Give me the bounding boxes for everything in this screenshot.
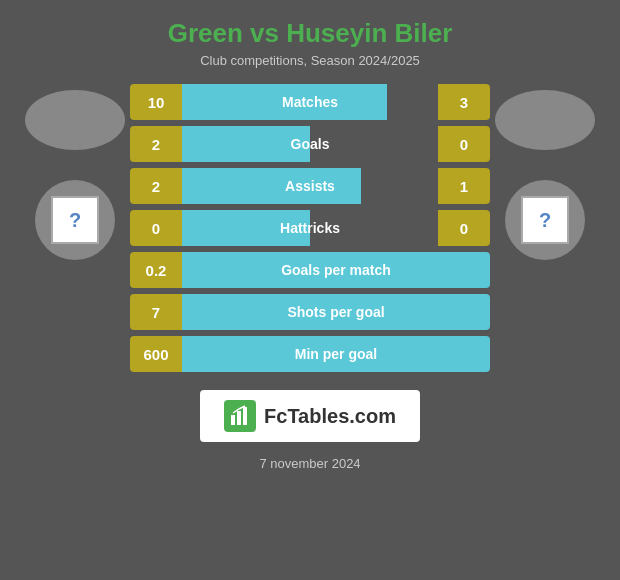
stat-row-min-per-goal: 600Min per goal (130, 336, 490, 372)
stat-middle-goals: Goals (182, 126, 438, 162)
stat-label-min-per-goal: Min per goal (295, 346, 377, 362)
logo-area: FcTables.com (200, 390, 420, 442)
right-avatar-placeholder: ? (521, 196, 569, 244)
left-avatar-ellipse (25, 90, 125, 150)
left-avatar-circle: ? (35, 180, 115, 260)
stat-row-shots-per-goal: 7Shots per goal (130, 294, 490, 330)
svg-rect-1 (237, 411, 241, 425)
stat-left-goals: 2 (130, 126, 182, 162)
stat-row-assists: 2Assists1 (130, 168, 490, 204)
logo-svg (229, 405, 251, 427)
stat-right-hattricks: 0 (438, 210, 490, 246)
stat-label-goals: Goals (291, 136, 330, 152)
stat-left-goals-per-match: 0.2 (130, 252, 182, 288)
stat-label-hattricks: Hattricks (280, 220, 340, 236)
stat-right-goals: 0 (438, 126, 490, 162)
stat-left-min-per-goal: 600 (130, 336, 182, 372)
stat-middle-min-per-goal: Min per goal (182, 336, 490, 372)
left-panel: ? (20, 84, 130, 260)
stat-middle-assists: Assists (182, 168, 438, 204)
stat-label-goals-per-match: Goals per match (281, 262, 391, 278)
left-question-icon: ? (69, 209, 81, 232)
stat-middle-matches: Matches (182, 84, 438, 120)
right-question-icon: ? (539, 209, 551, 232)
stat-right-assists: 1 (438, 168, 490, 204)
stats-table: 10Matches32Goals02Assists10Hattricks00.2… (130, 84, 490, 372)
stat-left-shots-per-goal: 7 (130, 294, 182, 330)
stat-left-assists: 2 (130, 168, 182, 204)
logo-icon (224, 400, 256, 432)
right-avatar-ellipse (495, 90, 595, 150)
right-avatar-circle: ? (505, 180, 585, 260)
stat-row-hattricks: 0Hattricks0 (130, 210, 490, 246)
stat-label-assists: Assists (285, 178, 335, 194)
stat-right-matches: 3 (438, 84, 490, 120)
logo-text: FcTables.com (264, 405, 396, 428)
right-panel: ? (490, 84, 600, 260)
stat-left-hattricks: 0 (130, 210, 182, 246)
stat-middle-shots-per-goal: Shots per goal (182, 294, 490, 330)
date-text: 7 november 2024 (259, 456, 360, 471)
stat-middle-goals-per-match: Goals per match (182, 252, 490, 288)
page-subtitle: Club competitions, Season 2024/2025 (200, 53, 420, 68)
left-avatar-placeholder: ? (51, 196, 99, 244)
page-title: Green vs Huseyin Biler (168, 18, 453, 49)
stat-left-matches: 10 (130, 84, 182, 120)
stat-row-matches: 10Matches3 (130, 84, 490, 120)
stat-row-goals: 2Goals0 (130, 126, 490, 162)
stat-row-goals-per-match: 0.2Goals per match (130, 252, 490, 288)
stat-label-matches: Matches (282, 94, 338, 110)
svg-rect-2 (243, 407, 247, 425)
stat-middle-hattricks: Hattricks (182, 210, 438, 246)
svg-rect-0 (231, 415, 235, 425)
content-area: ? 10Matches32Goals02Assists10Hattricks00… (0, 84, 620, 372)
page-wrapper: Green vs Huseyin Biler Club competitions… (0, 0, 620, 580)
stat-label-shots-per-goal: Shots per goal (287, 304, 384, 320)
